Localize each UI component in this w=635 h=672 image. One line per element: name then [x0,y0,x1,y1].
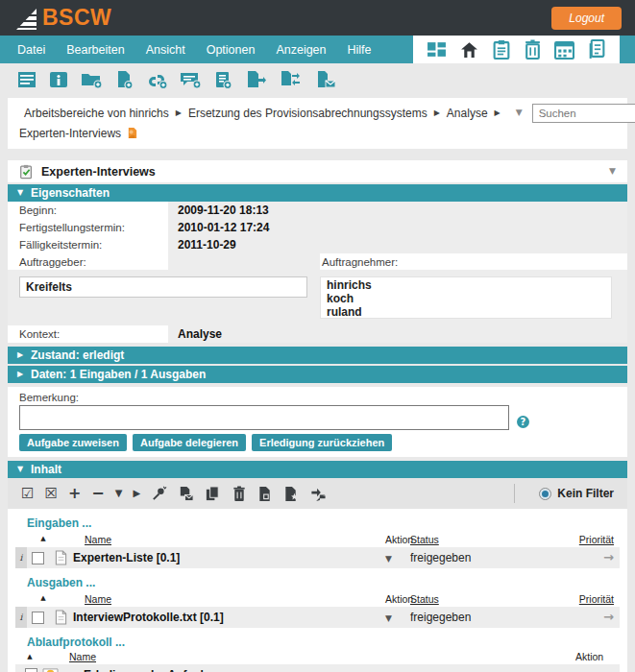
menu-datei[interactable]: Datei [17,43,45,57]
calendar-icon[interactable] [554,39,574,60]
aufgabe-zuweisen-button[interactable]: Aufgabe zuweisen [19,434,127,451]
file-name[interactable]: Experten-Liste [0.1] [73,551,385,564]
logo-pages-icon [13,6,38,31]
bemerkung-textarea[interactable] [19,405,509,430]
expand-icon [17,351,31,359]
column-name[interactable]: Name [85,593,385,605]
menu-hilfe[interactable]: Hilfe [348,43,372,57]
column-status[interactable]: Status [410,534,572,545]
bscw-logo[interactable]: BSCW [13,5,111,31]
add-folder-icon[interactable] [81,70,102,89]
auftraggeber-label: Auftraggeber: [8,253,168,270]
eingaben-link[interactable]: Eingaben ... [8,516,627,530]
info-gutter-icon[interactable] [15,547,27,568]
search-input[interactable] [532,104,635,123]
breadcrumb-item-analyse[interactable]: Analyse [447,107,488,120]
breadcrumb-root[interactable]: Arbeitsbereiche von hinrichs [24,107,169,120]
column-aktion: Aktion [385,593,410,605]
auftragnehmer-list[interactable]: hinrichs koch ruland [320,276,612,319]
upload-document-icon[interactable] [245,70,266,89]
convert-document-icon[interactable] [279,70,302,89]
auftragnehmer-item[interactable]: ruland [327,305,605,319]
breadcrumb-dropdown-icon[interactable] [516,108,523,117]
ausgaben-link[interactable]: Ausgaben ... [8,576,627,589]
filter-radio[interactable]: Kein Filter [539,487,614,500]
ablaufprotokoll-link[interactable]: Ablaufprotokoll ... [8,636,627,649]
deselect-all-icon[interactable] [44,487,57,501]
sort-icon[interactable] [15,654,44,660]
row-checkbox[interactable] [25,668,37,672]
select-all-icon[interactable] [21,487,34,501]
event-name[interactable]: Erledigung der Aufgabe [84,668,214,672]
row-checkbox[interactable] [32,552,44,564]
home-icon[interactable] [459,39,479,60]
logout-button[interactable]: Logout [551,7,622,30]
menu-optionen[interactable]: Optionen [207,43,256,57]
task-check-icon [19,164,34,180]
breadcrumb: Arbeitsbereiche von hinrichs Ersetzung d… [8,98,627,149]
sort-ascending-icon[interactable] [133,489,140,498]
column-prioritaet[interactable]: Priorität [572,534,620,545]
send-document-icon[interactable] [314,70,335,89]
document-star-icon[interactable] [283,486,299,502]
radio-selected-icon[interactable] [539,488,551,500]
property-value: 2011-10-29 [168,238,236,252]
sort-icon[interactable] [27,595,60,602]
erledigung-zurueckziehen-button[interactable]: Erledigung zurückziehen [252,434,392,451]
page-title: Experten-Interviews [41,165,156,179]
column-name[interactable]: Name [85,534,385,545]
collapse-all-icon[interactable] [91,486,104,501]
auftraggeber-list[interactable]: Kreifelts [19,276,307,298]
column-aktion: Aktion [575,651,620,662]
sort-descending-icon[interactable] [115,489,123,498]
title-menu-caret-icon[interactable] [609,167,616,176]
aufgabe-delegieren-button[interactable]: Aufgabe delegieren [133,434,246,451]
delete-icon[interactable] [232,486,247,502]
info-icon[interactable] [49,70,68,89]
menu-ansicht[interactable]: Ansicht [146,43,185,57]
section-zustand[interactable]: Zustand: erledigt [8,347,627,364]
quick-access-panel [413,36,620,63]
file-name[interactable]: InterviewProtokolle.txt [0.1] [73,611,385,624]
clipboard-icon[interactable] [492,39,511,60]
property-label: Beginn: [8,202,168,219]
help-icon[interactable] [517,416,529,428]
property-label: Kontext: [8,325,168,343]
file-status: freigegeben [410,551,572,564]
aktion-menu-icon[interactable] [385,555,392,564]
section-daten[interactable]: Daten: 1 Eingaben / 1 Ausgaben [8,366,627,383]
add-document-icon[interactable] [114,70,134,89]
add-discussion-icon[interactable] [180,70,201,89]
add-link-icon[interactable] [146,70,167,89]
column-status[interactable]: Status [410,593,572,605]
expand-all-icon[interactable] [68,486,81,501]
breadcrumb-current[interactable]: Experten-Interviews [19,127,121,140]
sort-icon[interactable] [27,536,60,542]
trash-icon[interactable] [524,39,542,60]
auftragnehmer-item[interactable]: hinrichs [327,278,605,292]
move-icon[interactable] [309,486,327,502]
menu-anzeigen[interactable]: Anzeigen [276,43,326,57]
section-label: Zustand: erledigt [31,348,124,362]
table-view-icon[interactable] [17,70,37,89]
expand-icon [17,371,31,378]
add-task-icon[interactable] [213,70,232,89]
task-list-icon[interactable] [587,39,606,60]
breadcrumb-item-provisionsabrechnung[interactable]: Ersetzung des Provisionsabrechnungssyste… [188,107,427,120]
property-value: 2009-11-20 18:13 [168,204,269,217]
section-eigenschaften[interactable]: Eigenschaften [8,184,627,202]
send-file-icon[interactable] [178,486,194,502]
column-name[interactable]: Name [69,651,96,662]
menu-bearbeiten[interactable]: Bearbeiten [66,43,124,57]
column-prioritaet[interactable]: Priorität [572,593,620,605]
info-gutter-icon[interactable] [15,607,27,628]
aktion-menu-icon[interactable] [385,614,392,623]
catch-up-pin-icon[interactable] [151,486,167,502]
auftragnehmer-item[interactable]: koch [327,292,605,305]
row-checkbox[interactable] [32,612,44,624]
archive-document-icon[interactable] [257,486,273,502]
copy-icon[interactable] [205,486,221,502]
top-bar: BSCW Logout [0,0,635,36]
section-inhalt[interactable]: Inhalt [8,461,627,478]
dashboard-icon[interactable] [427,39,447,60]
